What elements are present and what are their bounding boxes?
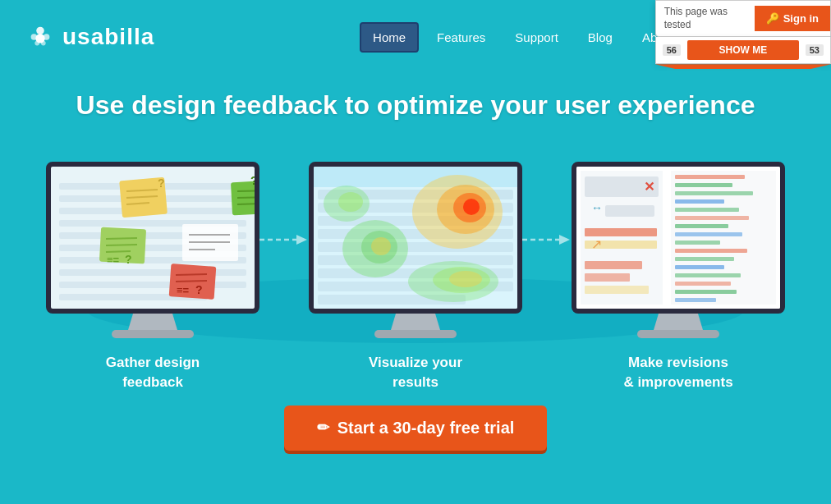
svg-line-38	[176, 281, 207, 282]
monitor-base-1	[112, 330, 194, 338]
sign-in-label: Sign in	[783, 12, 819, 25]
arrow-1	[259, 162, 309, 248]
svg-text:≡=: ≡=	[107, 254, 120, 266]
feedback-widget: This page was tested 🔑 Sign in 56 SHOW M…	[655, 0, 831, 69]
svg-line-24	[106, 251, 131, 252]
feedback-illustration: ? ≡= ?	[51, 167, 255, 309]
nav-features[interactable]: Features	[425, 24, 497, 51]
svg-rect-14	[59, 282, 246, 288]
logo-text: usabilla	[62, 24, 154, 50]
svg-point-0	[36, 27, 44, 35]
arrow-icon-1	[259, 231, 309, 248]
nav-home[interactable]: Home	[360, 22, 419, 53]
svg-line-30	[237, 204, 255, 204]
svg-marker-67	[559, 235, 570, 245]
monitor-2: Visualize yourresults	[309, 162, 522, 392]
monitors-section: ? ≡= ?	[0, 162, 831, 392]
svg-rect-76	[585, 228, 657, 236]
svg-rect-96	[675, 298, 716, 302]
widget-bottom-bar: 56 SHOW ME 53	[655, 37, 831, 64]
cta-label: Start a 30-day free trial	[337, 419, 515, 438]
svg-rect-89	[675, 241, 720, 245]
monitor-row: ? ≡= ?	[0, 162, 831, 392]
svg-rect-87	[675, 224, 728, 228]
svg-line-28	[237, 190, 255, 191]
monitor-base-2	[374, 330, 457, 338]
svg-rect-83	[675, 191, 753, 195]
svg-text:≡=: ≡=	[177, 284, 190, 296]
svg-marker-42	[296, 235, 307, 245]
hero-title: Use design feedback to optimize your use…	[0, 90, 831, 121]
logo[interactable]: usabilla	[25, 21, 154, 53]
monitor-screen-2	[309, 162, 522, 314]
hero-section: Use design feedback to optimize your use…	[0, 74, 831, 153]
monitor-screen-1: ? ≡= ?	[46, 162, 259, 314]
svg-rect-93	[675, 273, 741, 277]
screen-heatmap	[314, 167, 517, 309]
svg-text:?: ?	[195, 283, 203, 296]
monitor-label-2: Visualize yourresults	[369, 353, 462, 392]
nav-blog[interactable]: Blog	[576, 24, 624, 51]
svg-point-65	[338, 192, 363, 212]
svg-text:↔: ↔	[591, 201, 603, 214]
svg-line-37	[176, 274, 207, 275]
monitor-1: ? ≡= ?	[46, 162, 259, 392]
svg-rect-94	[675, 282, 731, 286]
svg-rect-81	[675, 175, 745, 179]
svg-rect-91	[675, 257, 734, 261]
svg-point-60	[371, 237, 391, 255]
cta-icon: ✏	[317, 419, 329, 437]
widget-top-bar: This page was tested 🔑 Sign in	[655, 0, 831, 37]
svg-rect-78	[585, 261, 642, 269]
code-illustration: ✕ ↔ ↗	[576, 167, 780, 309]
cta-section: ✏ Start a 30-day free trial	[0, 405, 831, 451]
svg-rect-86	[675, 216, 749, 220]
svg-rect-92	[675, 265, 724, 269]
svg-text:?: ?	[158, 176, 165, 190]
monitor-screen-3: ✕ ↔ ↗	[572, 162, 785, 314]
svg-point-63	[449, 271, 482, 287]
monitor-label-1: Gather designfeedback	[106, 353, 200, 392]
svg-text:?: ?	[125, 253, 132, 266]
screen-code: ✕ ↔ ↗	[576, 167, 780, 309]
monitor-base-3	[637, 330, 719, 338]
arrow-icon-2	[522, 231, 572, 248]
monitor-stand-2	[391, 314, 440, 330]
monitor-stand-3	[654, 314, 703, 330]
svg-rect-74	[605, 205, 654, 217]
svg-line-29	[237, 197, 255, 198]
key-icon: 🔑	[766, 12, 779, 25]
svg-rect-90	[675, 249, 747, 253]
svg-text:?: ?	[250, 174, 255, 187]
svg-rect-85	[675, 208, 739, 212]
svg-rect-13	[59, 269, 246, 276]
start-trial-button[interactable]: ✏ Start a 30-day free trial	[284, 405, 548, 451]
svg-rect-88	[675, 232, 742, 236]
nav-support[interactable]: Support	[503, 24, 570, 51]
widget-like-count: 56	[663, 44, 681, 56]
heatmap-illustration	[314, 167, 517, 309]
widget-ribbon	[655, 64, 831, 69]
svg-point-5	[35, 34, 44, 43]
svg-line-23	[106, 245, 137, 245]
svg-line-22	[106, 238, 137, 239]
widget-sign-in-button[interactable]: 🔑 Sign in	[755, 6, 830, 31]
monitor-label-3: Make revisions& improvements	[623, 353, 732, 392]
logo-icon	[25, 21, 56, 53]
svg-rect-95	[675, 290, 737, 294]
svg-rect-77	[585, 241, 657, 249]
svg-rect-84	[675, 199, 724, 204]
widget-show-me-button[interactable]: SHOW ME	[687, 40, 799, 60]
widget-tested-text: This page was tested	[656, 1, 755, 36]
svg-text:✕: ✕	[644, 180, 654, 194]
svg-rect-80	[585, 286, 649, 294]
monitor-stand-1	[128, 314, 177, 330]
screen-feedback: ? ≡= ?	[51, 167, 255, 309]
widget-comment-count: 53	[806, 44, 824, 56]
svg-rect-79	[585, 273, 630, 282]
svg-point-57	[463, 199, 480, 215]
arrow-2	[522, 162, 572, 248]
monitor-3: ✕ ↔ ↗	[572, 162, 785, 392]
svg-rect-82	[675, 183, 732, 187]
